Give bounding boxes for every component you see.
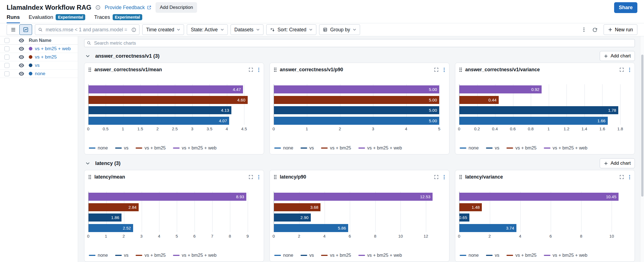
share-button[interactable]: Share (614, 2, 637, 13)
bar[interactable]: 2.84 (89, 203, 139, 211)
filter-time-created[interactable]: Time created (142, 24, 184, 35)
bar[interactable]: 4.07 (89, 117, 229, 125)
expand-icon[interactable] (619, 175, 624, 179)
bar[interactable]: 10.45 (459, 193, 619, 201)
new-run-button[interactable]: New run (604, 24, 637, 35)
run-name-link[interactable]: vs + bm25 (35, 54, 57, 60)
bar[interactable]: 2.90 (274, 213, 311, 222)
run-checkbox[interactable] (4, 71, 9, 76)
drag-handle-icon[interactable] (274, 67, 277, 72)
add-chart-button[interactable]: Add chart (600, 158, 635, 168)
tab-evaluation[interactable]: Evaluation Experimental (29, 14, 86, 23)
bar[interactable]: 2.52 (89, 224, 133, 232)
bar[interactable]: 5.00 (274, 85, 439, 93)
legend-item[interactable]: none (274, 145, 293, 151)
bar[interactable]: 1.48 (459, 203, 482, 211)
legend-item[interactable]: vs + bm25 + web (544, 145, 588, 151)
legend-item[interactable]: vs + bm25 + web (358, 145, 402, 151)
kebab-menu-icon[interactable] (629, 175, 630, 179)
bar[interactable]: 5.86 (274, 224, 348, 232)
info-circle-icon[interactable] (131, 27, 136, 32)
eye-icon[interactable] (19, 39, 24, 42)
legend-item[interactable]: vs + bm25 (321, 145, 351, 151)
legend-item[interactable]: vs + bm25 + web (173, 145, 217, 151)
kebab-menu-icon[interactable] (629, 68, 630, 72)
provide-feedback-link[interactable]: Provide Feedback (105, 5, 151, 11)
legend-item[interactable]: vs + bm25 + web (544, 253, 588, 258)
bar[interactable]: 5.00 (274, 106, 439, 114)
select-all-checkbox[interactable] (4, 38, 9, 43)
legend-item[interactable]: vs (486, 145, 500, 151)
bar[interactable]: 1.86 (89, 213, 121, 222)
legend-item[interactable]: vs + bm25 + web (358, 253, 402, 258)
run-checkbox[interactable] (4, 55, 9, 60)
eye-icon[interactable] (19, 72, 24, 76)
filter-datasets[interactable]: Datasets (231, 24, 263, 35)
chevron-down-icon[interactable] (86, 55, 90, 57)
legend-item[interactable]: vs + bm25 + web (173, 253, 217, 258)
run-name-link[interactable]: vs + bm25 + web (35, 46, 71, 52)
legend-item[interactable]: vs + bm25 (506, 145, 537, 151)
bar[interactable]: 4.47 (89, 85, 243, 93)
metric-charts-search-input[interactable] (94, 40, 632, 46)
legend-item[interactable]: vs (115, 145, 129, 151)
kebab-menu-icon[interactable] (258, 175, 259, 179)
legend-item[interactable]: vs (301, 145, 314, 151)
bar[interactable]: 1.66 (459, 117, 608, 125)
eye-icon[interactable] (19, 47, 24, 51)
drag-handle-icon[interactable] (274, 175, 277, 179)
legend-item[interactable]: none (460, 145, 479, 151)
run-checkbox[interactable] (4, 63, 9, 68)
bar[interactable]: 12.53 (274, 193, 433, 201)
bar[interactable]: 0.65 (459, 213, 469, 222)
bar[interactable]: 0.44 (459, 96, 499, 104)
run-name-link[interactable]: none (35, 71, 45, 77)
legend-item[interactable]: vs (115, 253, 129, 258)
bar[interactable]: 5.00 (274, 96, 439, 104)
legend-item[interactable]: vs + bm25 (136, 253, 166, 258)
chevron-down-icon[interactable] (86, 162, 90, 165)
expand-icon[interactable] (249, 67, 253, 72)
run-checkbox[interactable] (4, 46, 9, 51)
run-name-link[interactable]: vs (35, 63, 40, 68)
bar[interactable]: 4.60 (89, 96, 248, 104)
legend-item[interactable]: none (274, 253, 293, 258)
bar[interactable]: 3.74 (459, 224, 516, 232)
tab-traces[interactable]: Traces Experimental (94, 14, 142, 23)
expand-icon[interactable] (619, 67, 624, 72)
legend-item[interactable]: vs + bm25 (321, 253, 351, 258)
kebab-menu-icon[interactable] (444, 68, 445, 72)
legend-item[interactable]: vs (486, 253, 500, 258)
group-by-button[interactable]: Group by (319, 24, 360, 35)
legend-item[interactable]: vs + bm25 (136, 145, 166, 151)
legend-item[interactable]: none (89, 145, 108, 151)
filter-state[interactable]: State: Active (187, 24, 227, 35)
refresh-icon[interactable] (591, 26, 599, 34)
bar[interactable]: 3.68 (274, 203, 320, 211)
drag-handle-icon[interactable] (459, 67, 462, 72)
tab-runs[interactable]: Runs (7, 14, 20, 23)
legend-item[interactable]: vs (301, 253, 314, 258)
bar[interactable]: 4.13 (89, 106, 231, 114)
eye-icon[interactable] (19, 63, 24, 67)
bar[interactable]: 1.78 (459, 106, 618, 114)
kebab-menu-icon[interactable] (582, 26, 586, 34)
eye-icon[interactable] (19, 55, 24, 59)
legend-item[interactable]: none (460, 253, 479, 258)
add-chart-button[interactable]: Add chart (600, 51, 635, 61)
legend-item[interactable]: vs + bm25 (506, 253, 537, 258)
info-icon[interactable] (95, 5, 100, 10)
chart-view-button[interactable] (19, 24, 32, 35)
sort-button[interactable]: Sort: Created (266, 24, 316, 35)
drag-handle-icon[interactable] (88, 67, 91, 72)
expand-icon[interactable] (249, 175, 253, 179)
scrollbar-thumb[interactable] (641, 55, 643, 197)
bar[interactable]: 5.00 (274, 117, 439, 125)
list-view-button[interactable] (7, 24, 19, 35)
legend-item[interactable]: none (89, 253, 108, 258)
expand-icon[interactable] (434, 175, 439, 179)
bar[interactable]: 0.92 (459, 85, 542, 93)
expand-icon[interactable] (434, 67, 439, 72)
kebab-menu-icon[interactable] (258, 68, 259, 72)
add-description-button[interactable]: Add Description (156, 2, 197, 13)
